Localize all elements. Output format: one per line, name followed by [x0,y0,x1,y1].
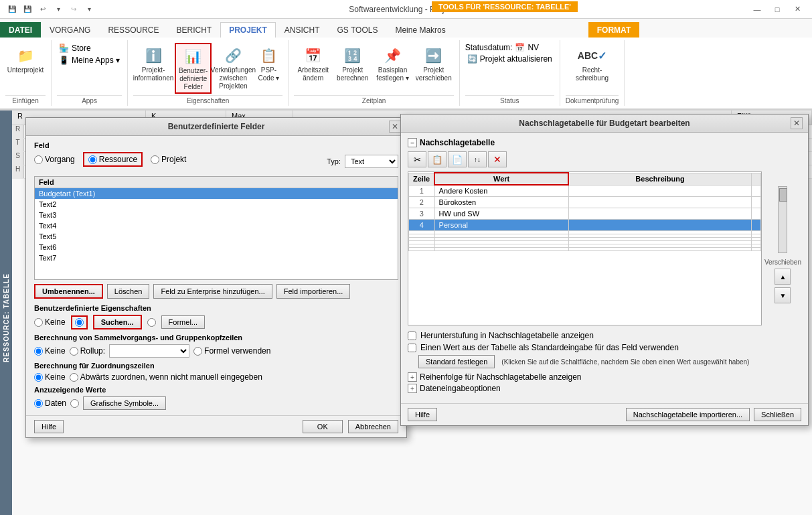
typ-select[interactable]: Text Kosten Datum Dauer Flag Anzahl [345,155,398,168]
field-item-text4[interactable]: Text4 [35,220,398,231]
restore-btn[interactable]: □ [768,3,787,16]
nst-row-4[interactable]: 4 Personal [409,220,761,231]
nst-cut-btn[interactable]: ✂ [408,151,426,167]
nst-row-10[interactable] [409,248,761,251]
btn-projekt-aktualisieren[interactable]: 🔄 Projekt aktualisieren [465,54,554,64]
radio-formel-label[interactable] [147,318,156,327]
calc-formel[interactable] [193,347,202,356]
display-grafisch[interactable] [70,399,79,408]
nst-row-3[interactable]: 3 HW und SW [409,208,761,220]
radio-suchen-label[interactable] [71,315,88,329]
btn-meine-apps[interactable]: 📱 Meine Apps ▾ [57,55,122,66]
field-item-text2[interactable]: Text2 [35,199,398,210]
btn-arbeitszeit[interactable]: 📅 Arbeitszeitändern [294,43,332,84]
tab-gstools[interactable]: GS TOOLS [329,22,387,38]
reihenfolge-expand-icon[interactable]: + [408,372,417,382]
display-grafisch-label[interactable] [70,399,79,408]
radio-keine-props-label[interactable]: Keine [34,317,66,327]
btn-schliessen[interactable]: Schließen [754,408,801,421]
btn-umbenennen[interactable]: Umbenennen... [34,284,103,299]
calc-rollup-label[interactable]: Rollup: [70,346,105,356]
btn-loeschen[interactable]: Löschen [107,284,150,299]
radio-formel[interactable] [147,318,156,327]
nst-scrollbar[interactable] [778,186,787,253]
dialog1-close-btn[interactable]: ✕ [389,121,401,133]
btn-projektinfo[interactable]: ℹ️ Projekt-informationen [133,43,173,84]
calc-keine[interactable] [34,347,43,356]
btn-hilfe1[interactable]: Hilfe [34,420,64,433]
nst-up-btn[interactable]: ▲ [775,269,791,285]
save-icon2[interactable]: 💾 [21,3,34,16]
tab-makros[interactable]: Meine Makros [386,22,454,38]
close-btn[interactable]: ✕ [788,3,807,16]
display-daten-label[interactable]: Daten [34,398,66,408]
btn-unterprojekt[interactable]: 📁 Unterprojekt [5,43,46,76]
tab-bericht[interactable]: BERICHT [167,22,220,38]
calc-keine-label[interactable]: Keine [34,346,66,356]
undo-dropdown-icon[interactable]: ▾ [52,3,65,16]
nst-expand-btn[interactable]: – [408,138,417,147]
btn-grafische-symbole[interactable]: Grafische Symbole... [83,396,166,410]
btn-enterprise[interactable]: Feld zu Enterprise hinzufügen... [153,284,272,299]
radio-ressource-label[interactable]: Ressource [83,152,143,167]
calc-rollup[interactable] [70,347,78,356]
save-icon[interactable]: 💾 [5,3,19,16]
nst-dateneingabe-row[interactable]: + Dateneingabeoptionen [408,384,801,393]
calc-formel-label[interactable]: Formel verwenden [193,346,270,356]
dateneingabe-expand-icon[interactable]: + [408,384,417,393]
tab-ressource[interactable]: RESSOURCE [99,22,167,38]
btn-abbrechen[interactable]: Abbrechen [348,420,398,433]
field-item-text6[interactable]: Text6 [35,242,398,252]
nst-row-1[interactable]: 1 Andere Kosten [409,185,761,197]
btn-suchen[interactable]: Suchen... [93,315,142,329]
nst-copy-btn[interactable]: 📋 [428,151,446,167]
tab-ansicht[interactable]: ANSICHT [276,22,329,38]
field-item-budgetart[interactable]: Budgetart (Text1) [35,188,398,199]
btn-benutzerdef-felder[interactable]: 📊 Benutzer-definierteFelder [175,43,212,94]
radio-projekt[interactable] [151,155,159,164]
minimize-btn[interactable]: — [748,3,766,16]
redo-icon[interactable]: ↪ [67,3,80,16]
tab-datei[interactable]: DATEI [0,22,41,38]
btn-formel[interactable]: Formel... [161,315,205,329]
dialog2-close-btn[interactable]: ✕ [791,117,803,129]
nst-delete-btn[interactable]: ✕ [488,151,507,167]
btn-verknuepfungen[interactable]: 🔗 VerknüpfungenzwischenProjekten [213,43,253,92]
field-item-text3[interactable]: Text3 [35,210,398,220]
assign-keine-label[interactable]: Keine [34,372,66,382]
btn-verschieben[interactable]: ➡️ Projektverschieben [414,43,454,84]
rollup-select[interactable]: Maximum Minimum Summe [109,344,189,358]
btn-standard-festlegen[interactable]: Standard festlegen [418,355,495,368]
radio-suchen[interactable] [75,318,84,327]
undo-icon[interactable]: ↩ [36,3,50,16]
btn-berechnen[interactable]: 🔢 Projektberechnen [333,43,372,84]
btn-basisplan[interactable]: 📌 Basisplanfestlegen ▾ [373,43,412,84]
nst-sort-btn[interactable]: ↑↓ [468,151,487,167]
btn-psp-code[interactable]: 📋 PSP-Code ▾ [254,43,282,84]
tab-vorgang[interactable]: VORGANG [41,22,99,38]
nst-table-container[interactable]: Zeile Wert Beschreibung 1 [408,171,762,325]
nst-row-2[interactable]: 2 Bürokosten [409,197,761,208]
assign-abwaerts[interactable] [70,373,78,382]
radio-ressource[interactable] [88,155,97,164]
nst-paste-btn[interactable]: 📄 [448,151,467,167]
tab-projekt[interactable]: PROJEKT [220,22,276,38]
check-herunterstufung[interactable] [408,332,416,340]
assign-abwaerts-label[interactable]: Abwärts zuordnen, wenn nicht manuell ein… [70,372,262,382]
tab-format[interactable]: FORMAT [588,22,639,38]
radio-projekt-label[interactable]: Projekt [151,155,186,164]
radio-vorgang[interactable] [34,155,43,164]
customize-icon[interactable]: ▾ [82,3,96,16]
nst-reihenfolge-row[interactable]: + Reihenfolge für Nachschlagetabelle anz… [408,372,801,382]
field-item-text7[interactable]: Text7 [35,252,398,263]
radio-vorgang-label[interactable]: Vorgang [34,155,75,164]
assign-keine[interactable] [34,373,43,382]
btn-nst-importieren[interactable]: Nachschlagetabelle importieren... [626,408,750,421]
btn-store[interactable]: 🏪 Store [57,43,93,54]
display-daten[interactable] [34,399,43,408]
btn-importieren[interactable]: Feld importieren... [276,284,351,299]
btn-ok[interactable]: OK [303,420,343,433]
radio-keine-props[interactable] [34,318,43,327]
btn-hilfe2[interactable]: Hilfe [408,408,437,421]
field-item-text5[interactable]: Text5 [35,231,398,242]
